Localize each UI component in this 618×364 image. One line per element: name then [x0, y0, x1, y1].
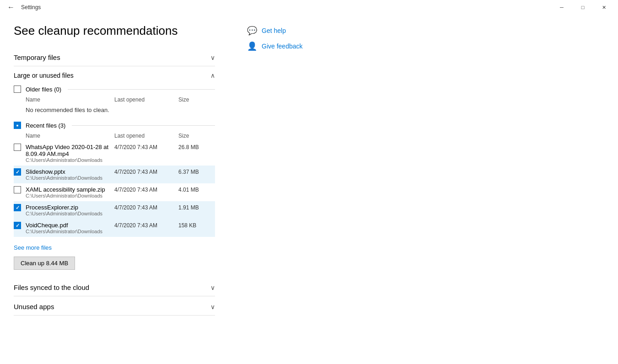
- file-info-3: ProcessExplorer.zipC:\Users\Administrato…: [26, 204, 114, 216]
- older-files-label: Older files (0): [26, 86, 61, 93]
- older-files-divider: [68, 89, 215, 90]
- file-checkbox-2[interactable]: [14, 186, 21, 193]
- recent-files-divider: [72, 125, 215, 126]
- unused-apps-section[interactable]: Unused apps ∨: [14, 298, 215, 316]
- table-row[interactable]: ProcessExplorer.zipC:\Users\Administrato…: [14, 201, 215, 219]
- temporary-files-chevron: ∨: [210, 54, 215, 61]
- temporary-files-section[interactable]: Temporary files ∨: [14, 49, 215, 66]
- unused-apps-label: Unused apps: [14, 303, 54, 310]
- main-content: See cleanup recommendations Temporary fi…: [0, 15, 618, 364]
- file-size-4: 158 KB: [178, 222, 215, 229]
- recent-files-group: Recent files (3) Name Last opened Size W…: [14, 119, 215, 237]
- file-name-0: WhatsApp Video 2020-01-28 at 8.09.49 AM.…: [26, 144, 114, 157]
- no-files-message: No recommended files to clean.: [14, 105, 215, 115]
- minimize-button[interactable]: ─: [551, 0, 572, 15]
- page-title: See cleanup recommendations: [14, 24, 215, 38]
- recent-files-col-headers: Name Last opened Size: [14, 132, 215, 141]
- file-rows-container: WhatsApp Video 2020-01-28 at 8.09.49 AM.…: [14, 141, 215, 237]
- file-name-2: XAML accessibility sample.zip: [26, 186, 114, 193]
- files-synced-chevron: ∨: [210, 284, 215, 291]
- file-name-1: Slideshow.pptx: [26, 168, 114, 175]
- file-size-1: 6.37 MB: [178, 168, 215, 175]
- see-more-files-link[interactable]: See more files: [14, 241, 52, 257]
- unused-apps-chevron: ∨: [210, 303, 215, 310]
- right-panel: 💬 Get help 👤 Give feedback: [229, 15, 618, 364]
- file-size-2: 4.01 MB: [178, 186, 215, 193]
- file-info-0: WhatsApp Video 2020-01-28 at 8.09.49 AM.…: [26, 144, 114, 163]
- maximize-button[interactable]: □: [572, 0, 593, 15]
- title-bar-controls: ─ □ ✕: [551, 0, 614, 15]
- file-info-2: XAML accessibility sample.zipC:\Users\Ad…: [26, 186, 114, 198]
- older-size-header: Size: [178, 96, 215, 103]
- table-row[interactable]: WhatsApp Video 2020-01-28 at 8.09.49 AM.…: [14, 141, 215, 166]
- file-date-4: 4/7/2020 7:43 AM: [114, 222, 178, 229]
- file-name-3: ProcessExplorer.zip: [26, 204, 114, 211]
- close-button[interactable]: ✕: [593, 0, 614, 15]
- recent-files-header: Recent files (3): [14, 119, 215, 132]
- table-row[interactable]: Slideshow.pptxC:\Users\Administrator\Dow…: [14, 166, 215, 183]
- give-feedback-label: Give feedback: [262, 43, 303, 50]
- file-date-0: 4/7/2020 7:43 AM: [114, 144, 178, 150]
- older-files-col-headers: Name Last opened Size: [14, 96, 215, 105]
- recent-files-checkbox[interactable]: [14, 122, 21, 129]
- file-path-3: C:\Users\Administrator\Downloads: [26, 211, 114, 216]
- cleanup-button[interactable]: Clean up 8.44 MB: [14, 257, 75, 270]
- get-help-label: Get help: [262, 27, 286, 34]
- recent-date-header: Last opened: [114, 133, 178, 139]
- title-bar: ← Settings ─ □ ✕: [0, 0, 618, 15]
- recent-name-header: Name: [26, 133, 114, 139]
- left-panel: See cleanup recommendations Temporary fi…: [0, 15, 229, 364]
- title-bar-left: ← Settings: [5, 1, 41, 13]
- file-checkbox-1[interactable]: [14, 168, 21, 176]
- files-synced-section[interactable]: Files synced to the cloud ∨: [14, 279, 215, 296]
- file-date-3: 4/7/2020 7:43 AM: [114, 204, 178, 211]
- older-date-header: Last opened: [114, 96, 178, 103]
- table-row[interactable]: VoidCheque.pdfC:\Users\Administrator\Dow…: [14, 219, 215, 237]
- file-date-1: 4/7/2020 7:43 AM: [114, 168, 178, 175]
- file-date-2: 4/7/2020 7:43 AM: [114, 186, 178, 193]
- large-unused-label: Large or unused files: [14, 72, 74, 79]
- get-help-link[interactable]: 💬 Get help: [247, 24, 600, 37]
- give-feedback-link[interactable]: 👤 Give feedback: [247, 39, 600, 53]
- older-name-header: Name: [26, 96, 114, 103]
- file-path-2: C:\Users\Administrator\Downloads: [26, 193, 114, 198]
- file-size-3: 1.91 MB: [178, 204, 215, 211]
- older-files-group: Older files (0) Name Last opened Size No…: [14, 83, 215, 115]
- older-files-checkbox[interactable]: [14, 86, 21, 93]
- file-checkbox-4[interactable]: [14, 222, 21, 229]
- recent-size-header: Size: [178, 133, 215, 139]
- file-checkbox-3[interactable]: [14, 204, 21, 211]
- file-info-1: Slideshow.pptxC:\Users\Administrator\Dow…: [26, 168, 114, 181]
- file-name-4: VoidCheque.pdf: [26, 222, 114, 229]
- temporary-files-label: Temporary files: [14, 54, 60, 61]
- file-info-4: VoidCheque.pdfC:\Users\Administrator\Dow…: [26, 222, 114, 234]
- large-unused-chevron: ∧: [210, 72, 215, 79]
- get-help-icon: 💬: [247, 26, 257, 36]
- recent-files-label: Recent files (3): [26, 122, 65, 129]
- older-files-header: Older files (0): [14, 83, 215, 96]
- table-row[interactable]: XAML accessibility sample.zipC:\Users\Ad…: [14, 183, 215, 201]
- give-feedback-icon: 👤: [247, 41, 257, 51]
- file-path-4: C:\Users\Administrator\Downloads: [26, 229, 114, 234]
- file-path-0: C:\Users\Administrator\Downloads: [26, 157, 114, 163]
- file-checkbox-0[interactable]: [14, 144, 21, 151]
- file-size-0: 26.8 MB: [178, 144, 215, 150]
- file-path-1: C:\Users\Administrator\Downloads: [26, 175, 114, 181]
- large-unused-section[interactable]: Large or unused files ∧: [14, 66, 215, 83]
- title-bar-title: Settings: [21, 4, 41, 11]
- files-synced-label: Files synced to the cloud: [14, 284, 89, 291]
- back-button[interactable]: ←: [5, 1, 16, 13]
